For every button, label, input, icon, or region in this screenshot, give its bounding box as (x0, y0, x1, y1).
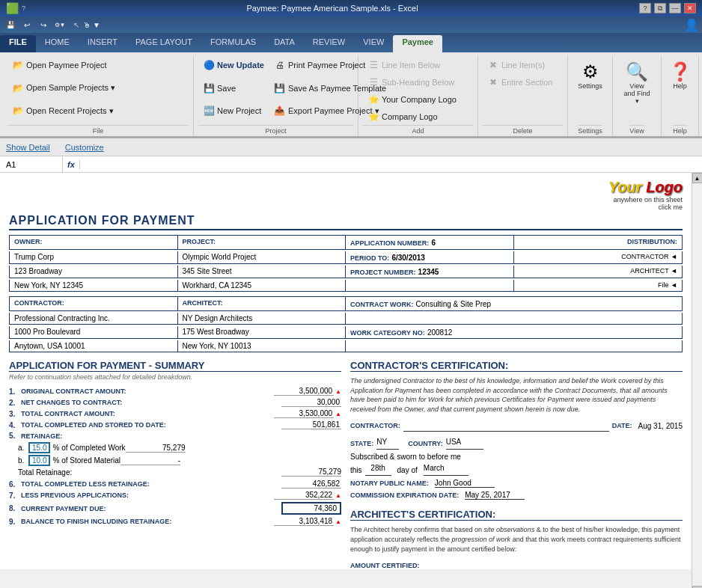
tab-paymee[interactable]: Paymee (393, 35, 442, 52)
info-row3: 123 Broadway 345 Site Street PROJECT NUM… (9, 266, 683, 278)
tab-view[interactable]: VIEW (354, 35, 393, 52)
owner-header: OWNER: (10, 236, 178, 249)
quick-access-toolbar: 💾 ↩ ↪ ⚙▼ ↖ 🖱 ▼ 👤 (0, 16, 702, 33)
company-logo-btn[interactable]: ⭐Your Company Logo (363, 91, 461, 108)
tab-insert[interactable]: INSERT (79, 35, 126, 52)
line-item-icon: ☰ (367, 59, 379, 71)
vertical-scrollbar[interactable]: ▲ ▼ (692, 173, 702, 588)
company-logo-icon: ⭐ (367, 94, 379, 105)
work-cat-label: WORK CATEGORY NO: (350, 329, 425, 337)
scroll-up-btn[interactable]: ▲ (692, 173, 703, 183)
ribbon-group-file: 📂Open Paymee Project 📂Open Sample Projec… (3, 55, 194, 136)
owner-name-cell: Trump Corp (10, 251, 178, 263)
open-paymee-btn[interactable]: 📂Open Paymee Project (7, 57, 112, 73)
ribbon-group-help: ❓ Help Help (662, 55, 699, 136)
subheading-btn[interactable]: ☰Sub-Heading Below (363, 74, 459, 91)
work-cat-value: 200812 (427, 328, 452, 337)
flag-1: ▲ (335, 388, 341, 395)
proj-num-label: PROJECT NUMBER: (350, 269, 416, 276)
close-btn[interactable]: ✕ (684, 3, 696, 13)
help-btn[interactable]: ? (639, 3, 651, 13)
summary-item-3: 3. TOTAL CONTRACT AMOUNT: 3,530,000 ▲ (9, 409, 341, 418)
contract-work-cell: CONTRACT WORK: Consulting & Site Prep (346, 297, 682, 310)
distribution-header: DISTRIBUTION: (514, 236, 683, 249)
settings-btn[interactable]: ⚙ Settings (572, 57, 608, 94)
summary-section: APPLICATION FOR PAYMENT - SUMMARY Refer … (9, 360, 341, 569)
contractor-addr2-cell: Anytown, USA 10001 (10, 340, 178, 352)
architect-name-cell: NY Design Architects (178, 313, 347, 324)
contractor-header-row: CONTRACTOR: ARCHITECT: CONTRACT WORK: Co… (9, 296, 683, 311)
delete-section-btn[interactable]: ✖Entire Section (483, 74, 557, 91)
val-8: 74,360 (281, 502, 341, 515)
contractor-field: CONTRACTOR: DATE: Aug 31, 2015 (350, 420, 683, 432)
retainage-a-label: % of Completed Work (52, 444, 125, 452)
summary-title: APPLICATION FOR PAYMENT - SUMMARY (9, 360, 341, 372)
ribbon-group-settings: ⚙ Settings Settings (568, 55, 613, 136)
retainage-b-prefix: b. (18, 456, 28, 465)
commission-value: May 25, 2017 (465, 491, 525, 500)
day-field: this 28th day of March (350, 464, 683, 476)
project-name-cell: Olympic World Project (178, 251, 347, 263)
amount-certified-field: AMOUNT CERTIFIED: (350, 560, 683, 569)
tab-review[interactable]: REVIEW (304, 35, 354, 52)
contractor-addr2-row: Anytown, USA 10001 New York, NY 10013 (9, 340, 683, 352)
retainage-a-pct[interactable]: 15.0 (28, 442, 50, 453)
info-header-row: OWNER: PROJECT: APPLICATION NUMBER: 6 DI… (9, 235, 683, 250)
show-detail-link[interactable]: Show Detail (6, 143, 50, 152)
customize-link[interactable]: Customize (65, 143, 104, 152)
notary-value: John Good (435, 479, 495, 488)
line-item-btn[interactable]: ☰Line Item Below (363, 57, 445, 73)
new-update-icon: 🔵 (203, 59, 215, 71)
info-row2: Trump Corp Olympic World Project PERIOD … (9, 251, 683, 264)
logo-area[interactable]: Your Logo anywhere on this sheet click m… (9, 179, 683, 211)
blank-row2 (346, 313, 682, 324)
certification-section: CONTRACTOR'S CERTIFICATION: The undersig… (350, 360, 683, 569)
contractor-name: Professional Contracting Inc. (14, 314, 173, 322)
undo-btn[interactable]: ↩ (19, 18, 34, 31)
open-recent-btn[interactable]: 📂Open Recent Projects ▾ (7, 102, 118, 119)
your-logo-btn[interactable]: ⭐Company Logo (363, 108, 442, 125)
save-quick-btn[interactable]: 💾 (3, 18, 18, 31)
project-addr2-cell: Workhard, CA 12345 (178, 280, 347, 291)
retainage-a-value: 75,279 (126, 444, 186, 453)
window-controls[interactable]: ? ⧉ — ✕ (639, 3, 696, 13)
tab-formulas[interactable]: FORMULAS (201, 35, 265, 52)
logo-sub2: click me (9, 203, 683, 211)
retainage-b-pct[interactable]: 10.0 (28, 455, 50, 466)
contractor-name-row: Professional Contracting Inc. NY Design … (9, 313, 683, 325)
minimize-btn[interactable]: — (669, 3, 681, 13)
date-value: Aug 31, 2015 (638, 422, 683, 430)
customize-qa-btn[interactable]: ⚙▼ (52, 18, 67, 31)
title-text: Paymee: Paymee American Sample.xls - Exc… (25, 4, 639, 13)
view-find-btn[interactable]: 🔍 View and Find ▾ (617, 57, 656, 109)
state-value: NY (376, 438, 399, 450)
project-group-items: 🔵New Update 🖨Print Paymee Project 💾Save … (198, 57, 353, 125)
help-ribbon-btn[interactable]: ❓ Help (663, 57, 698, 94)
ribbon-content: 📂Open Paymee Project 📂Open Sample Projec… (0, 52, 702, 138)
architect-label-cell: ARCHITECT: (178, 297, 347, 310)
contractor-cert-text: The undersigned Contractor to the best o… (350, 376, 683, 414)
tab-data[interactable]: DATA (265, 35, 304, 52)
work-cat-cell: WORK CATEGORY NO: 200812 (346, 326, 682, 338)
help-icon: ❓ (669, 61, 692, 82)
print-icon: 🖨 (274, 59, 286, 71)
tab-file[interactable]: FILE (0, 35, 36, 52)
day-value: 28th (365, 464, 391, 476)
help-group-title: Help (673, 125, 687, 136)
redo-btn[interactable]: ↪ (36, 18, 51, 31)
new-project-btn[interactable]: 🆕New Project (198, 102, 269, 119)
new-update-btn[interactable]: 🔵New Update (198, 57, 269, 73)
val-6: 426,582 (281, 480, 341, 489)
summary-subtitle: Refer to continuation sheets attached fo… (9, 373, 341, 381)
tab-page-layout[interactable]: PAGE LAYOUT (126, 35, 201, 52)
app-title: APPLICATION FOR PAYMENT (9, 214, 683, 230)
logo-sub: anywhere on this sheet (9, 196, 683, 203)
open-sample-btn[interactable]: 📂Open Sample Projects ▾ (7, 80, 120, 97)
restore-btn[interactable]: ⧉ (654, 3, 666, 13)
name-box[interactable]: A1 (3, 156, 63, 173)
save-btn[interactable]: 💾Save (198, 80, 269, 97)
delete-line-btn[interactable]: ✖Line Item(s) (483, 57, 549, 73)
delete-line-icon: ✖ (487, 59, 499, 71)
tab-home[interactable]: HOME (36, 35, 79, 52)
main-area: Your Logo anywhere on this sheet click m… (0, 173, 702, 588)
